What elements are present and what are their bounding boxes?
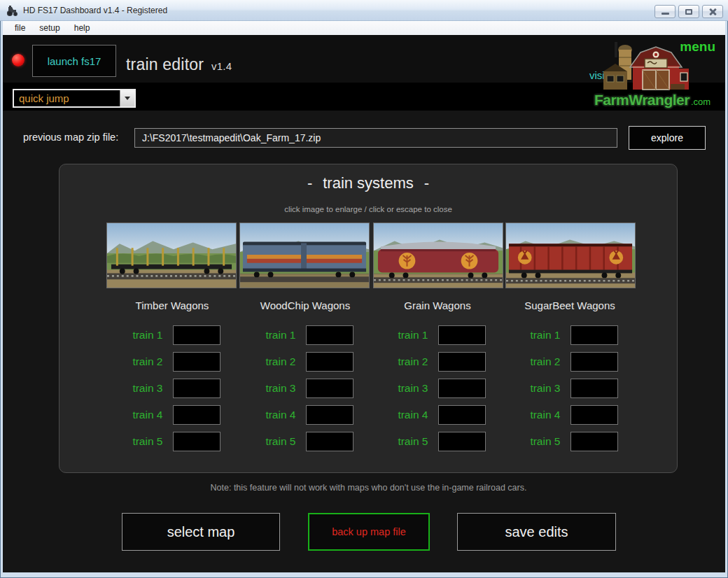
train-label: train 3 — [125, 382, 163, 395]
woodchip-wagons-column: WoodChip Wagons train 1 train 2 train 3 … — [239, 299, 372, 458]
train-row: train 4 — [106, 404, 239, 425]
minimize-icon — [662, 13, 669, 15]
grain-train-4-input[interactable] — [438, 405, 486, 425]
column-header: Timber Wagons — [106, 299, 239, 316]
train-row: train 3 — [239, 378, 372, 399]
train-row: train 2 — [239, 351, 372, 372]
train-row: train 1 — [371, 325, 504, 346]
sugarbeet-wagon-image[interactable] — [505, 223, 636, 288]
save-edits-button[interactable]: save edits — [457, 513, 616, 551]
woodchip-train-2-input[interactable] — [306, 352, 354, 372]
sugarbeet-train-5-input[interactable] — [570, 432, 618, 451]
title-dash-left: - — [307, 174, 312, 192]
woodchip-train-3-input[interactable] — [306, 379, 354, 398]
train-row: train 1 — [239, 325, 372, 346]
quick-jump-dropdown[interactable]: quick jump — [13, 89, 136, 108]
train-row: train 2 — [503, 351, 636, 372]
train-row: train 3 — [106, 378, 239, 399]
quick-jump-value: quick jump — [14, 92, 120, 104]
sugarbeet-train-2-input[interactable] — [570, 352, 618, 372]
minimize-button[interactable] — [654, 5, 676, 18]
panel-title: - train systems - — [59, 174, 677, 192]
train-row: train 4 — [239, 404, 372, 425]
train-label: train 2 — [522, 355, 561, 368]
timber-train-4-input[interactable] — [173, 405, 220, 425]
train-label: train 1 — [258, 329, 296, 341]
train-row: train 2 — [371, 351, 504, 372]
grain-train-3-input[interactable] — [438, 379, 486, 398]
train-row: train 2 — [106, 351, 239, 372]
app-window: HD FS17 Dashboard v1.4 - Registered file… — [0, 0, 728, 578]
title-dash-right: - — [424, 174, 429, 192]
grain-wagon-image[interactable] — [373, 223, 503, 288]
backup-map-file-button[interactable]: back up map file — [308, 513, 430, 551]
page-version: v1.4 — [211, 60, 232, 72]
page-title: train editorv1.4 — [126, 55, 232, 74]
train-row: train 4 — [503, 404, 636, 425]
sugarbeet-train-4-input[interactable] — [570, 405, 618, 425]
menu-item-setup[interactable]: setup — [33, 22, 66, 34]
panel-subtitle: click image to enlarge / click or escape… — [59, 205, 677, 213]
timber-train-1-input[interactable] — [173, 325, 220, 345]
menu-bar: file setup help — [3, 21, 725, 35]
client-area: launch fs17 train editorv1.4 menu visit — [3, 35, 725, 572]
chevron-down-icon — [125, 97, 130, 100]
brand-suffix: .com — [691, 97, 710, 107]
train-label: train 5 — [522, 435, 561, 448]
timber-train-5-input[interactable] — [173, 432, 220, 451]
train-row: train 5 — [503, 431, 636, 452]
train-row: train 3 — [503, 378, 636, 399]
train-label: train 3 — [258, 382, 296, 395]
train-label: train 5 — [390, 435, 428, 448]
train-row: train 5 — [239, 431, 372, 452]
train-label: train 2 — [390, 355, 428, 368]
select-map-button[interactable]: select map — [122, 513, 280, 551]
map-zip-path-input[interactable] — [134, 128, 617, 148]
menu-item-file[interactable]: file — [8, 22, 31, 34]
grain-wagons-column: Grain Wagons train 1 train 2 train 3 tra… — [371, 299, 504, 458]
train-label: train 1 — [522, 329, 561, 341]
train-label: train 1 — [125, 329, 163, 341]
woodchip-train-4-input[interactable] — [306, 405, 354, 425]
train-label: train 2 — [258, 355, 296, 368]
column-header: SugarBeet Wagons — [503, 299, 636, 316]
page-title-text: train editor — [126, 55, 204, 73]
window-title: HD FS17 Dashboard v1.4 - Registered — [23, 6, 167, 15]
timber-train-2-input[interactable] — [173, 352, 220, 372]
timber-wagons-column: Timber Wagons train 1 train 2 train 3 tr… — [106, 299, 239, 458]
maximize-icon — [685, 9, 692, 15]
grain-train-2-input[interactable] — [438, 352, 486, 372]
train-label: train 3 — [390, 382, 428, 395]
farmwrangler-brand[interactable]: FarmWrangler.com — [582, 92, 722, 108]
train-label: train 4 — [522, 409, 561, 421]
train-row: train 1 — [503, 325, 636, 346]
sugarbeet-train-3-input[interactable] — [570, 379, 618, 398]
status-led-icon — [12, 54, 24, 66]
woodchip-wagon-image[interactable] — [239, 223, 370, 288]
dropdown-arrow-button[interactable] — [120, 90, 134, 106]
timber-wagon-image[interactable] — [106, 223, 237, 288]
train-row: train 5 — [106, 431, 239, 452]
brand-name: FarmWrangler — [594, 92, 690, 108]
farmwrangler-barn-logo-icon[interactable] — [603, 39, 696, 95]
explore-button[interactable]: explore — [629, 126, 706, 150]
woodchip-train-5-input[interactable] — [306, 432, 354, 451]
close-button[interactable] — [702, 5, 723, 18]
sugarbeet-wagons-column: SugarBeet Wagons train 1 train 2 train 3… — [503, 299, 636, 458]
panel-title-text: train systems — [323, 174, 414, 192]
train-label: train 5 — [258, 435, 296, 448]
train-label: train 4 — [125, 409, 163, 421]
grain-train-1-input[interactable] — [438, 325, 486, 345]
launch-fs17-button[interactable]: launch fs17 — [32, 45, 116, 77]
timber-train-3-input[interactable] — [173, 379, 220, 398]
column-header: Grain Wagons — [371, 299, 504, 316]
train-label: train 1 — [390, 329, 428, 341]
title-bar[interactable]: HD FS17 Dashboard v1.4 - Registered — [0, 0, 728, 21]
woodchip-train-1-input[interactable] — [306, 325, 354, 345]
maximize-button[interactable] — [678, 5, 699, 18]
grain-train-5-input[interactable] — [438, 432, 486, 451]
menu-item-help[interactable]: help — [68, 22, 97, 34]
sugarbeet-train-1-input[interactable] — [570, 325, 618, 345]
tractor-icon — [6, 4, 19, 17]
close-icon — [708, 8, 717, 16]
